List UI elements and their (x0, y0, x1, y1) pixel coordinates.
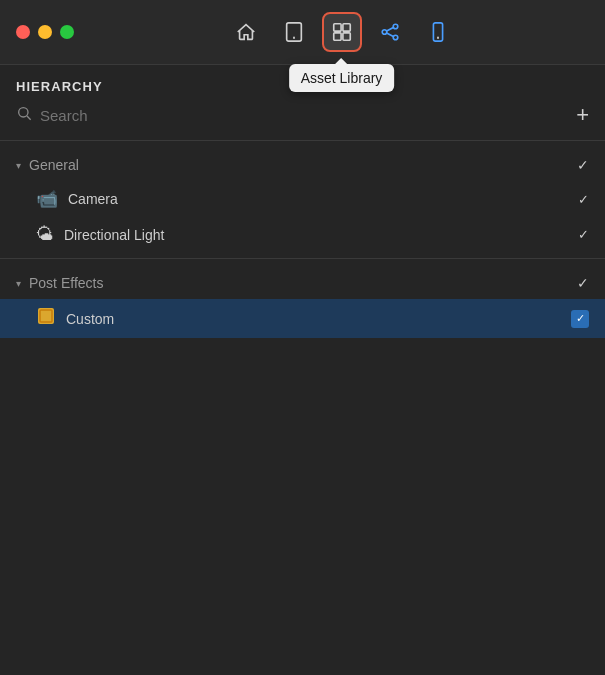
divider-mid (0, 258, 605, 259)
tablet-button[interactable] (274, 12, 314, 52)
panel-header: HIERARCHY (0, 65, 605, 104)
search-bar: + (0, 104, 605, 138)
device-button[interactable] (418, 12, 458, 52)
add-button[interactable]: + (576, 104, 589, 126)
svg-rect-3 (342, 24, 349, 31)
item-custom[interactable]: Custom ✓ (0, 299, 605, 338)
camera-check: ✓ (578, 192, 589, 207)
custom-check: ✓ (571, 310, 589, 328)
traffic-light-yellow[interactable] (38, 25, 52, 39)
asset-library-button[interactable] (322, 12, 362, 52)
group-post-effects-header[interactable]: ▾ Post Effects ✓ (0, 267, 605, 299)
home-button[interactable] (226, 12, 266, 52)
chevron-post-effects: ▾ (16, 278, 21, 289)
traffic-lights (16, 25, 74, 39)
svg-rect-4 (333, 33, 340, 40)
directional-light-label: Directional Light (64, 227, 164, 243)
divider-top (0, 140, 605, 141)
svg-point-7 (382, 30, 387, 35)
chevron-general: ▾ (16, 160, 21, 171)
group-general-check: ✓ (577, 157, 589, 173)
directional-light-icon: 🌤 (36, 224, 54, 245)
custom-label: Custom (66, 311, 114, 327)
svg-point-13 (19, 108, 28, 117)
group-post-effects-label: Post Effects (29, 275, 103, 291)
search-input[interactable] (40, 107, 568, 124)
group-general-label: General (29, 157, 79, 173)
svg-point-8 (393, 35, 398, 40)
custom-icon (36, 306, 56, 331)
panel-spacer (0, 338, 605, 675)
titlebar: Asset Library (0, 0, 605, 65)
svg-point-6 (393, 24, 398, 29)
traffic-light-green[interactable] (60, 25, 74, 39)
panel-title: HIERARCHY (16, 79, 103, 94)
svg-rect-2 (333, 24, 340, 31)
main-panel: HIERARCHY + ▾ General ✓ 📹 Camera ✓ (0, 65, 605, 675)
hierarchy-button[interactable] (370, 12, 410, 52)
item-camera[interactable]: 📹 Camera ✓ (0, 181, 605, 217)
camera-label: Camera (68, 191, 118, 207)
group-general: ▾ General ✓ 📹 Camera ✓ 🌤 Directional Lig… (0, 149, 605, 252)
camera-icon: 📹 (36, 188, 58, 210)
directional-light-check: ✓ (578, 227, 589, 242)
search-icon (16, 105, 32, 125)
svg-rect-5 (342, 33, 349, 40)
group-general-header[interactable]: ▾ General ✓ (0, 149, 605, 181)
svg-line-9 (386, 27, 393, 31)
toolbar: Asset Library (226, 12, 458, 52)
asset-library-wrapper: Asset Library (322, 12, 362, 52)
traffic-light-red[interactable] (16, 25, 30, 39)
svg-line-14 (27, 116, 31, 120)
item-directional-light[interactable]: 🌤 Directional Light ✓ (0, 217, 605, 252)
svg-line-10 (386, 33, 393, 37)
group-post-effects: ▾ Post Effects ✓ Custom ✓ (0, 267, 605, 338)
group-post-effects-check: ✓ (577, 275, 589, 291)
